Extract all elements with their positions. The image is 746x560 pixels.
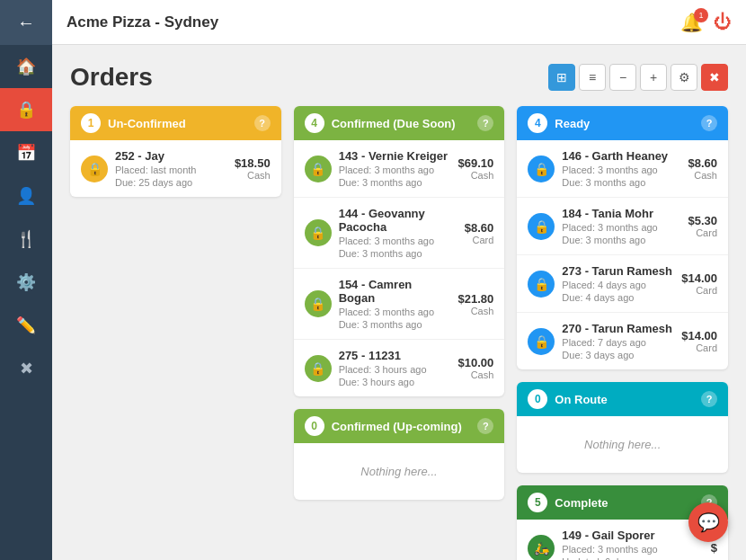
table-row[interactable]: 🔒275 - 11231Placed: 3 hours agoDue: 3 ho… [294, 340, 505, 396]
card-header: 1Un-Confirmed? [70, 106, 281, 140]
table-row[interactable]: 🔒273 - Tarun RameshPlaced: 4 days agoDue… [517, 255, 728, 313]
help-icon[interactable]: ? [701, 115, 717, 131]
order-status-icon: 🛵 [528, 535, 555, 561]
card-count-badge: 4 [528, 113, 547, 133]
order-name: 184 - Tania Mohr [562, 207, 680, 220]
column-unconfirmed: 1Un-Confirmed?🔒252 - JayPlaced: last mon… [70, 106, 281, 560]
card-title: On Route [555, 393, 608, 406]
sidebar-item-orders[interactable]: 🔒 [0, 88, 52, 131]
sidebar-item-settings[interactable]: ⚙️ [0, 261, 52, 304]
order-due: Due: 3 months ago [339, 248, 457, 259]
notification-icon[interactable]: 🔔 1 [680, 12, 703, 33]
card-header: 0On Route? [517, 382, 728, 416]
table-row[interactable]: 🔒144 - Geovanny PacochaPlaced: 3 months … [294, 198, 505, 269]
order-due: Due: 3 months ago [562, 235, 680, 245]
order-due: Due: 4 days ago [562, 292, 674, 303]
order-price: $14.00 [681, 271, 717, 285]
order-payment: Card [681, 342, 717, 353]
order-name: 273 - Tarun Ramesh [562, 264, 674, 278]
card-header: 4Confirmed (Due Soon)? [294, 106, 505, 140]
chat-bubble[interactable]: 💬 [688, 502, 728, 542]
list-view-button[interactable]: ≡ [579, 64, 606, 91]
back-button[interactable]: ← [0, 0, 52, 45]
empty-message: Nothing here... [294, 443, 505, 500]
card-confirmed-(due-soon): 4Confirmed (Due Soon)?🔒143 - Vernie Krei… [294, 106, 505, 396]
card-title: Confirmed (Up-coming) [332, 420, 462, 433]
card-title: Complete [555, 496, 608, 510]
order-payment: Card [465, 235, 494, 245]
card-un-confirmed: 1Un-Confirmed?🔒252 - JayPlaced: last mon… [70, 106, 281, 197]
order-due: Due: 3 months ago [339, 177, 451, 188]
table-row[interactable]: 🔒184 - Tania MohrPlaced: 3 months agoDue… [517, 198, 728, 255]
sidebar-item-menu[interactable]: 🍴 [0, 218, 52, 261]
order-price: $8.60 [465, 221, 494, 235]
order-name: 270 - Tarun Ramesh [562, 322, 674, 335]
order-status-icon: 🔒 [81, 156, 108, 182]
order-due: Due: 3 months ago [339, 319, 451, 330]
help-icon[interactable]: ? [701, 391, 717, 407]
settings-button[interactable]: ⚙ [671, 64, 697, 91]
order-name: 146 - Garth Heaney [562, 149, 680, 163]
order-payment: Card [688, 227, 717, 238]
orders-grid: 1Un-Confirmed?🔒252 - JayPlaced: last mon… [70, 106, 728, 560]
card-confirmed-(up-coming): 0Confirmed (Up-coming)?Nothing here... [294, 409, 505, 500]
table-row[interactable]: 🔒143 - Vernie KreigerPlaced: 3 months ag… [294, 140, 505, 198]
help-icon[interactable]: ? [254, 115, 271, 131]
order-placed: Placed: 3 months ago [339, 164, 451, 175]
column-ready: 4Ready?🔒146 - Garth HeaneyPlaced: 3 mont… [517, 106, 728, 560]
order-payment: Cash [458, 369, 494, 380]
toolbar: ⊞ ≡ − + ⚙ ✖ [548, 64, 728, 91]
help-icon[interactable]: ? [477, 418, 493, 434]
order-placed: Placed: 7 days ago [562, 337, 674, 348]
order-placed: Placed: 4 days ago [562, 280, 674, 290]
order-payment: Cash [235, 170, 271, 181]
order-price: $14.00 [681, 329, 717, 342]
order-placed: Placed: 3 months ago [562, 544, 703, 555]
sidebar-item-customers[interactable]: 👤 [0, 174, 52, 218]
order-payment: Cash [688, 170, 717, 181]
power-icon[interactable]: ⏻ [714, 12, 732, 32]
order-price: $5.30 [688, 214, 717, 227]
order-status-icon: 🔒 [528, 328, 555, 355]
table-row[interactable]: 🔒252 - JayPlaced: last monthDue: 25 days… [70, 140, 281, 197]
zoom-in-button[interactable]: + [640, 64, 667, 91]
card-title: Confirmed (Due Soon) [332, 117, 456, 130]
content-header: Orders ⊞ ≡ − + ⚙ ✖ [70, 63, 728, 92]
zoom-out-button[interactable]: − [609, 64, 636, 91]
sidebar-item-edit[interactable]: ✏️ [0, 304, 52, 347]
card-count-badge: 4 [305, 113, 324, 133]
table-row[interactable]: 🔒146 - Garth HeaneyPlaced: 3 months agoD… [517, 140, 728, 198]
grid-view-button[interactable]: ⊞ [548, 64, 575, 91]
notification-badge: 1 [694, 8, 708, 22]
order-name: 143 - Vernie Kreiger [339, 149, 451, 163]
order-payment: Cash [458, 306, 494, 316]
card-title: Ready [555, 117, 590, 130]
card-count-badge: 5 [528, 493, 547, 512]
table-row[interactable]: 🔒154 - Camren BoganPlaced: 3 months agoD… [294, 269, 505, 340]
sidebar: ← 🏠 🔒 📅 👤 🍴 ⚙️ ✏️ ✖ [0, 0, 52, 560]
order-price: $ [711, 541, 717, 555]
card-on-route: 0On Route?Nothing here... [517, 382, 728, 473]
close-button[interactable]: ✖ [701, 64, 728, 91]
sidebar-item-close[interactable]: ✖ [0, 347, 52, 390]
order-status-icon: 🔒 [305, 290, 332, 317]
order-status-icon: 🔒 [528, 156, 555, 182]
sidebar-item-home[interactable]: 🏠 [0, 45, 52, 88]
order-name: 149 - Gail Sporer [562, 529, 703, 542]
table-row[interactable]: 🔒270 - Tarun RameshPlaced: 7 days agoDue… [517, 313, 728, 369]
content-area: Orders ⊞ ≡ − + ⚙ ✖ 1Un-Confirmed?🔒252 - … [52, 45, 746, 560]
column-confirmed: 4Confirmed (Due Soon)?🔒143 - Vernie Krei… [294, 106, 505, 560]
order-price: $69.10 [458, 156, 494, 170]
order-status-icon: 🔒 [528, 271, 555, 298]
card-title: Un-Confirmed [108, 117, 186, 130]
order-due: Due: 3 days ago [562, 350, 674, 360]
order-price: $8.60 [688, 156, 717, 170]
order-due: Due: 25 days ago [115, 177, 227, 188]
order-placed: Placed: 3 months ago [562, 222, 680, 233]
order-placed: Placed: last month [115, 164, 227, 175]
order-name: 154 - Camren Bogan [339, 278, 451, 305]
header: Acme Pizza - Sydney 🔔 1 ⏻ [52, 0, 746, 45]
header-icons: 🔔 1 ⏻ [680, 12, 732, 33]
help-icon[interactable]: ? [477, 115, 493, 131]
sidebar-item-calendar[interactable]: 📅 [0, 131, 52, 174]
